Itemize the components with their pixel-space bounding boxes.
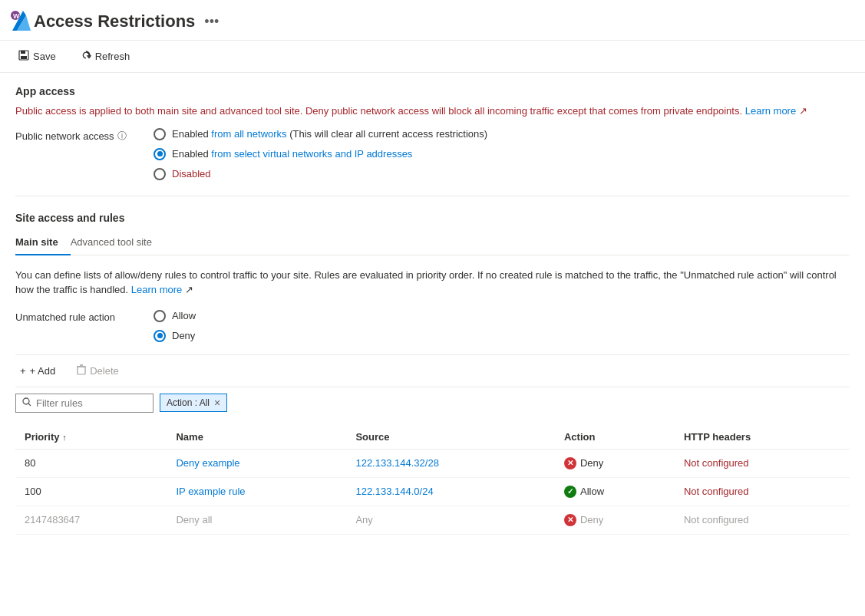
tab-main-site[interactable]: Main site: [15, 230, 71, 255]
cell-priority: 100: [15, 477, 167, 506]
col-http-headers: HTTP headers: [675, 425, 850, 450]
radio-deny[interactable]: Deny: [154, 330, 196, 342]
svg-rect-6: [21, 56, 27, 59]
public-network-access-row: Public network access ⓘ Enabled from all…: [15, 128, 850, 180]
site-description: You can define lists of allow/deny rules…: [15, 268, 850, 298]
delete-button[interactable]: Delete: [72, 361, 124, 380]
radio-disabled[interactable]: Disabled: [154, 168, 487, 180]
radio-deny-label: Deny: [172, 330, 195, 341]
radio-circle-allow: [154, 310, 166, 322]
radio-circle-2: [154, 148, 166, 160]
rules-table: Priority Name Source Action HTTP headers: [15, 425, 850, 535]
filter-rules-input[interactable]: [36, 397, 147, 409]
cell-action: ✕ Deny: [555, 506, 675, 534]
search-icon: [22, 397, 31, 409]
table-row[interactable]: 100 IP example rule 122.133.144.0/24 ✓ A…: [15, 477, 850, 506]
add-button[interactable]: + + Add: [15, 362, 60, 380]
col-action: Action: [555, 425, 675, 450]
unmatched-radio-group: Allow Deny: [154, 310, 196, 342]
deny-icon: ✕: [564, 457, 576, 469]
app-icon: W: [9, 9, 34, 34]
cell-priority: 2147483647: [15, 506, 167, 534]
radio-circle-deny: [154, 330, 166, 342]
allow-icon: ✓: [564, 486, 576, 498]
filter-bar: Action : All ×: [15, 394, 850, 413]
deny-icon: ✕: [564, 514, 576, 526]
save-button[interactable]: Save: [12, 47, 62, 66]
table-action-bar: + + Add Delete: [15, 354, 850, 387]
public-network-info-icon[interactable]: ⓘ: [117, 130, 127, 143]
site-tabs: Main site Advanced tool site: [15, 230, 850, 255]
page-header: W Access Restrictions •••: [0, 0, 865, 41]
cell-name[interactable]: Deny example: [167, 449, 346, 477]
cell-http-headers: Not configured: [675, 449, 850, 477]
toolbar: Save Refresh: [0, 41, 865, 73]
svg-rect-5: [21, 51, 25, 54]
cell-priority: 80: [15, 449, 167, 477]
refresh-button[interactable]: Refresh: [74, 47, 137, 66]
radio-enabled-select-networks[interactable]: Enabled from select virtual networks and…: [154, 148, 487, 160]
public-network-radio-group: Enabled from all networks (This will cle…: [154, 128, 487, 180]
col-priority[interactable]: Priority: [15, 425, 167, 450]
delete-icon: [77, 364, 86, 377]
main-content: App access Public access is applied to b…: [0, 73, 865, 547]
external-link-icon: ↗: [799, 105, 807, 117]
app-access-section: App access Public access is applied to b…: [15, 85, 850, 180]
radio-enabled-all-networks[interactable]: Enabled from all networks (This will cle…: [154, 128, 487, 140]
section-divider-1: [15, 196, 850, 196]
action-filter-chip: Action : All ×: [160, 394, 227, 412]
cell-action: ✕ Deny: [555, 449, 675, 477]
table-header-row: Priority Name Source Action HTTP headers: [15, 425, 850, 450]
site-access-title: Site access and rules: [15, 212, 850, 224]
cell-name[interactable]: IP example rule: [167, 477, 346, 506]
tab-advanced-tool-site[interactable]: Advanced tool site: [71, 230, 164, 255]
site-learn-more[interactable]: Learn more: [131, 284, 182, 295]
radio-allow-label: Allow: [172, 310, 196, 321]
cell-name: Deny all: [167, 506, 346, 534]
svg-text:W: W: [13, 12, 20, 20]
radio-allow[interactable]: Allow: [154, 310, 196, 322]
public-network-label: Public network access ⓘ: [15, 128, 154, 143]
cell-http-headers: Not configured: [675, 477, 850, 506]
more-options-icon[interactable]: •••: [204, 14, 219, 30]
table-row[interactable]: 2147483647 Deny all Any ✕ Deny Not confi…: [15, 506, 850, 534]
external-link-icon-2: ↗: [185, 284, 193, 295]
unmatched-label: Unmatched rule action: [15, 310, 154, 323]
svg-line-11: [28, 404, 31, 406]
app-access-title: App access: [15, 85, 850, 97]
site-access-section: Site access and rules Main site Advanced…: [15, 212, 850, 535]
radio-circle-3: [154, 168, 166, 180]
cell-source[interactable]: 122.133.144.0/24: [346, 477, 555, 506]
save-icon: [18, 50, 29, 63]
col-source: Source: [346, 425, 555, 450]
cell-http-headers: Not configured: [675, 506, 850, 534]
cell-source[interactable]: 122.133.144.32/28: [346, 449, 555, 477]
add-icon: +: [20, 365, 26, 377]
cell-action: ✓ Allow: [555, 477, 675, 506]
radio-circle-1: [154, 128, 166, 140]
page-title: Access Restrictions: [34, 12, 195, 31]
svg-point-10: [23, 398, 29, 404]
cell-source: Any: [346, 506, 555, 534]
refresh-icon: [81, 50, 91, 63]
filter-input-container: [15, 394, 154, 413]
col-name: Name: [167, 425, 346, 450]
app-access-learn-more[interactable]: Learn more: [745, 105, 796, 117]
table-row[interactable]: 80 Deny example 122.133.144.32/28 ✕ Deny…: [15, 449, 850, 477]
svg-rect-7: [78, 367, 85, 374]
unmatched-rule-row: Unmatched rule action Allow Deny: [15, 310, 850, 342]
filter-chip-close[interactable]: ×: [214, 397, 220, 409]
app-access-info: Public access is applied to both main si…: [15, 104, 850, 119]
